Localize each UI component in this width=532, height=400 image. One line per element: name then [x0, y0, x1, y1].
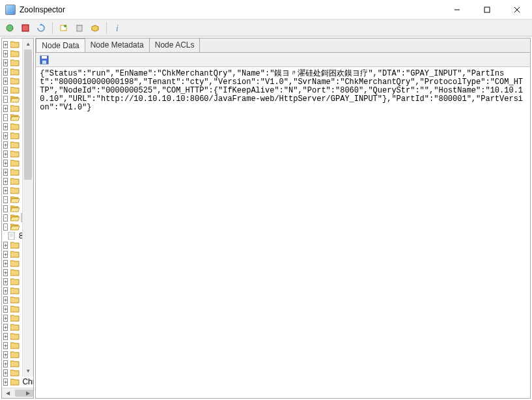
folder-closed-icon: [10, 68, 20, 76]
refresh-button[interactable]: [35, 22, 47, 34]
folder-closed-icon: [10, 150, 20, 158]
tab-node-acls[interactable]: Node ACLs: [150, 38, 201, 52]
expand-icon[interactable]: +: [3, 351, 8, 358]
folder-closed-icon: [10, 332, 20, 340]
tree-node[interactable]: +ChnlMag: [3, 377, 33, 386]
tab-node-data[interactable]: Node Data: [36, 38, 85, 52]
titlebar: ZooInspector: [0, 0, 532, 20]
scrollbar-thumb[interactable]: [24, 50, 32, 180]
folder-closed-icon: [10, 287, 20, 294]
collapse-icon[interactable]: -: [3, 205, 8, 212]
collapse-icon[interactable]: -: [3, 96, 8, 103]
expand-icon[interactable]: +: [3, 123, 8, 130]
tree-horizontal-scrollbar[interactable]: ◀ ▶: [2, 388, 33, 398]
tree-node-label[interactable]: ChnlMag: [21, 377, 33, 386]
connect-button[interactable]: [4, 22, 16, 34]
expand-icon[interactable]: +: [3, 150, 8, 158]
collapse-icon[interactable]: -: [3, 114, 8, 121]
folder-closed-icon: [10, 59, 20, 66]
expand-icon[interactable]: +: [3, 369, 8, 377]
toolbar: i: [0, 20, 532, 36]
node-data-content[interactable]: {"Status":"run","EnName":"ChkMerchantQry…: [36, 67, 530, 398]
tab-node-metadata[interactable]: Node Metadata: [85, 38, 150, 52]
expand-icon[interactable]: +: [3, 141, 8, 149]
folder-closed-icon: [10, 278, 20, 285]
expand-icon[interactable]: +: [3, 68, 8, 76]
expand-icon[interactable]: +: [3, 87, 8, 94]
expand-icon[interactable]: +: [3, 41, 8, 48]
scroll-left-arrow[interactable]: ◀: [2, 388, 13, 398]
tree-vertical-scrollbar[interactable]: ▲ ▼: [22, 38, 33, 377]
expand-icon[interactable]: +: [3, 333, 8, 340]
expand-icon[interactable]: +: [3, 59, 8, 66]
expand-icon[interactable]: +: [3, 342, 8, 349]
folder-open-icon: [10, 214, 20, 221]
expand-icon[interactable]: +: [3, 269, 8, 276]
scroll-down-arrow[interactable]: ▼: [23, 365, 33, 377]
expand-icon[interactable]: +: [3, 178, 8, 185]
disconnect-button[interactable]: [20, 22, 31, 34]
expand-icon[interactable]: +: [3, 278, 8, 285]
folder-closed-icon: [10, 86, 20, 94]
expand-icon[interactable]: +: [3, 287, 8, 294]
scroll-right-arrow[interactable]: ▶: [22, 388, 33, 398]
svg-rect-1: [484, 7, 490, 12]
svg-rect-18: [42, 56, 47, 59]
expand-icon[interactable]: +: [3, 360, 8, 367]
folder-closed-icon: [10, 250, 20, 258]
expand-icon[interactable]: +: [3, 187, 8, 194]
folder-closed-icon: [10, 141, 20, 149]
folder-open-icon: [10, 113, 20, 121]
folder-open-icon: [10, 195, 20, 203]
detail-sub-toolbar: [36, 53, 530, 67]
folder-open-icon: [10, 223, 20, 231]
folder-closed-icon: [10, 77, 20, 85]
collapse-icon[interactable]: -: [3, 223, 8, 231]
expand-icon[interactable]: +: [3, 251, 8, 258]
expand-icon[interactable]: +: [3, 132, 8, 139]
detail-tabs: Node Data Node Metadata Node ACLs: [36, 38, 530, 53]
close-button[interactable]: [502, 0, 532, 20]
folder-closed-icon: [10, 323, 20, 331]
folder-closed-icon: [10, 168, 20, 176]
expand-icon[interactable]: +: [3, 324, 8, 331]
folder-closed-icon: [10, 268, 20, 276]
folder-closed-icon: [10, 341, 20, 349]
folder-closed-icon: [10, 177, 20, 185]
folder-closed-icon: [10, 104, 20, 112]
expand-icon[interactable]: +: [3, 105, 8, 112]
delete-node-button[interactable]: [74, 22, 85, 34]
collapse-icon[interactable]: -: [3, 196, 8, 203]
expand-icon[interactable]: +: [3, 169, 8, 176]
collapse-icon[interactable]: -: [3, 214, 8, 221]
svg-rect-13: [8, 232, 14, 240]
window-title: ZooInspector: [20, 5, 65, 14]
scroll-up-arrow[interactable]: ▲: [23, 38, 33, 50]
svg-rect-5: [22, 25, 29, 31]
expand-icon[interactable]: +: [3, 242, 8, 249]
main-area: +PartInst+Services+Agent+Task+Monitor+zo…: [0, 36, 532, 400]
expand-icon[interactable]: +: [3, 50, 8, 57]
folder-closed-icon: [10, 40, 20, 48]
add-node-button[interactable]: [58, 22, 70, 34]
save-node-data-button[interactable]: [38, 54, 50, 66]
watch-button[interactable]: [89, 22, 101, 34]
about-button[interactable]: i: [112, 22, 124, 34]
tree-scroll-area[interactable]: +PartInst+Services+Agent+Task+Monitor+zo…: [2, 38, 33, 388]
expand-icon[interactable]: +: [3, 379, 8, 386]
folder-closed-icon: [10, 360, 20, 367]
svg-rect-19: [42, 61, 46, 64]
expand-icon[interactable]: +: [3, 296, 8, 304]
document-icon: [7, 232, 16, 240]
minimize-button[interactable]: [442, 0, 472, 20]
folder-closed-icon: [10, 122, 20, 130]
maximize-button[interactable]: [472, 0, 502, 20]
toolbar-separator: [106, 22, 107, 34]
expand-icon[interactable]: +: [3, 315, 8, 322]
folder-closed-icon: [10, 305, 20, 313]
folder-closed-icon: [10, 132, 20, 139]
expand-icon[interactable]: +: [3, 160, 8, 167]
expand-icon[interactable]: +: [3, 78, 8, 85]
expand-icon[interactable]: +: [3, 260, 8, 267]
expand-icon[interactable]: +: [3, 306, 8, 313]
